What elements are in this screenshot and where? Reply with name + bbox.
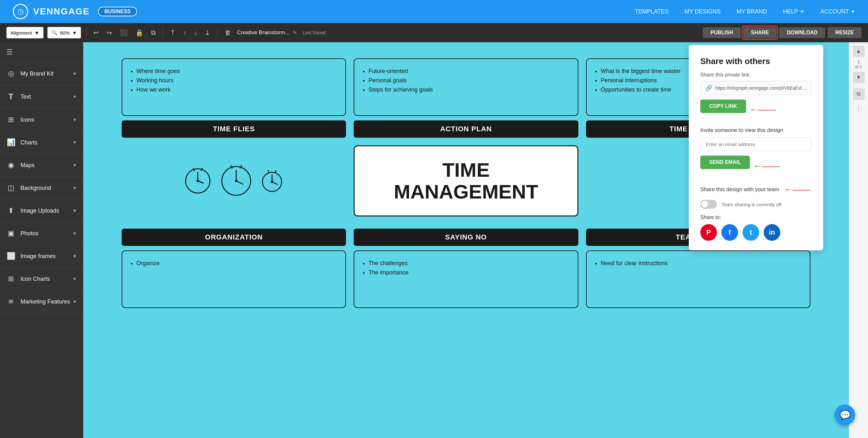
saying-no-label: SAYING NO bbox=[354, 229, 578, 246]
list-item: Organize bbox=[136, 259, 338, 268]
charts-icon: 📊 bbox=[6, 138, 16, 147]
sidebar-item-image-uploads[interactable]: ⬆ Image Uploads ▼ bbox=[0, 200, 83, 222]
twitter-share-button[interactable]: t bbox=[743, 224, 759, 241]
canvas-area[interactable]: Where time goes Working hours How we wor… bbox=[83, 42, 849, 438]
chat-bubble-button[interactable]: 💬 bbox=[835, 405, 855, 425]
nav-links: TEMPLATES MY DESIGNS MY BRAND HELP ▼ ACC… bbox=[635, 8, 855, 15]
chevron-down-icon: ▼ bbox=[72, 231, 77, 236]
time-management-title: TIMEMANAGEMENT bbox=[394, 159, 538, 203]
sidebar-item-background[interactable]: ◫ Background ▼ bbox=[0, 177, 83, 200]
main-layout: ☰ ◎ My Brand Kit ▼ T Text ▼ ⊞ Icons ▼ 📊 bbox=[0, 42, 868, 438]
send-email-button[interactable]: SEND EMAIL bbox=[700, 155, 750, 169]
pinterest-share-button[interactable]: P bbox=[700, 224, 717, 241]
hamburger-button[interactable]: ☰ bbox=[0, 42, 83, 62]
page-down-button[interactable]: ▼ bbox=[853, 72, 865, 83]
move-up-button[interactable]: ↑ bbox=[181, 28, 188, 38]
download-button[interactable]: DOWNLOAD bbox=[779, 27, 825, 38]
toggle-row: Team sharing is currently off bbox=[700, 200, 812, 209]
publish-button[interactable]: PUBLISH bbox=[703, 27, 741, 38]
sidebar-item-image-frames[interactable]: ⬜ Image frames ▼ bbox=[0, 245, 83, 268]
nav-account[interactable]: ACCOUNT ▼ bbox=[820, 8, 855, 15]
edit-title-icon[interactable]: ✎ bbox=[293, 30, 297, 36]
chevron-down-icon: ▼ bbox=[72, 185, 77, 191]
sidebar-item-left: T Text bbox=[6, 92, 31, 101]
resize-button[interactable]: RESIZE bbox=[828, 27, 862, 38]
redo-button[interactable]: ↪ bbox=[105, 28, 114, 38]
save-button[interactable]: ⬛ bbox=[118, 28, 130, 38]
copy-link-button[interactable]: COPY LINK bbox=[700, 99, 746, 113]
alignment-select[interactable]: Alignment ▼ bbox=[6, 27, 43, 38]
list-item: How we work bbox=[136, 85, 338, 94]
sidebar-item-text[interactable]: T Text ▼ bbox=[0, 85, 83, 109]
sidebar-label-background: Background bbox=[21, 185, 51, 192]
sidebar-item-left: ⬜ Image frames bbox=[6, 252, 56, 260]
move-down-bottom-button[interactable]: ⤓ bbox=[203, 28, 212, 38]
action-plan-card: Future-oriented Personal goals Steps for… bbox=[354, 58, 578, 138]
move-down-button[interactable]: ↓ bbox=[192, 28, 199, 38]
help-arrow-icon: ▼ bbox=[800, 9, 804, 14]
move-up-top-button[interactable]: ⤒ bbox=[168, 28, 177, 38]
undo-button[interactable]: ↩ bbox=[92, 28, 101, 38]
svg-line-17 bbox=[275, 170, 276, 173]
action-plan-content: Future-oriented Personal goals Steps for… bbox=[354, 58, 578, 116]
share-link-box: 🔗 https://infograph.venngage.com/pl/V6Ea… bbox=[700, 81, 812, 95]
last-saved-label: Last Saved: bbox=[303, 30, 327, 35]
svg-line-3 bbox=[198, 181, 203, 183]
account-arrow-icon: ▼ bbox=[851, 9, 855, 14]
zoom-dropdown-icon: ▼ bbox=[72, 30, 77, 35]
team-share-arrow: ←—— bbox=[784, 184, 811, 195]
svg-line-15 bbox=[272, 182, 278, 184]
nav-help[interactable]: HELP ▼ bbox=[783, 8, 804, 15]
toolbar: Alignment ▼ 🔍 80% ▼ ↩ ↪ ⬛ 🔒 ⧉ ⤒ ↑ ↓ ⤓ 🗑 … bbox=[0, 23, 868, 42]
sidebar-item-maps[interactable]: ◉ Maps ▼ bbox=[0, 154, 83, 177]
toggle-knob bbox=[701, 201, 708, 208]
nav-my-designs[interactable]: MY DESIGNS bbox=[685, 8, 721, 15]
sidebar-item-icon-charts[interactable]: ⊞ Icon Charts ▼ bbox=[0, 268, 83, 290]
page-options-button[interactable]: ⋮ bbox=[853, 103, 865, 114]
share-to-label: Share to: bbox=[700, 214, 812, 220]
list-item: Future-oriented bbox=[368, 67, 570, 76]
delete-button[interactable]: 🗑 bbox=[223, 28, 233, 38]
page-up-button[interactable]: ▲ bbox=[853, 46, 865, 57]
sidebar-label-maps: Maps bbox=[21, 162, 35, 169]
business-badge[interactable]: BUSINESS bbox=[98, 7, 137, 16]
sidebar-item-icons[interactable]: ⊞ Icons ▼ bbox=[0, 109, 83, 131]
linkedin-share-button[interactable]: in bbox=[764, 224, 780, 241]
zoom-select[interactable]: 🔍 80% ▼ bbox=[48, 27, 81, 38]
sidebar-item-my-brand-kit[interactable]: ◎ My Brand Kit ▼ bbox=[0, 62, 83, 85]
chevron-down-icon: ▼ bbox=[72, 299, 77, 304]
sidebar-item-left: ◎ My Brand Kit bbox=[6, 69, 54, 78]
sidebar-item-marketing-features[interactable]: ≋ Marketing Features ▼ bbox=[0, 290, 83, 313]
page-copy-button[interactable]: ⧉ bbox=[853, 88, 865, 100]
copy-link-row: COPY LINK ←—— bbox=[700, 99, 812, 119]
share-link-url: https://infograph.venngage.com/pl/V6EaEx… bbox=[715, 86, 807, 91]
brand-kit-icon: ◎ bbox=[6, 69, 16, 78]
chevron-down-icon: ▼ bbox=[72, 140, 77, 145]
sidebar-item-charts[interactable]: 📊 Charts ▼ bbox=[0, 131, 83, 154]
doc-title-area: Creative Brainstorm... ✎ Last Saved: bbox=[237, 29, 326, 36]
sidebar-item-photos[interactable]: ▣ Photos ▼ bbox=[0, 222, 83, 245]
lock-button[interactable]: 🔒 bbox=[133, 28, 145, 38]
time-flies-card: Where time goes Working hours How we wor… bbox=[122, 58, 346, 138]
maps-icon: ◉ bbox=[6, 161, 16, 169]
chat-icon: 💬 bbox=[839, 410, 851, 420]
nav-templates[interactable]: TEMPLATES bbox=[635, 8, 669, 15]
share-button[interactable]: SHARE bbox=[743, 27, 776, 38]
sidebar-label-icons: Icons bbox=[21, 117, 34, 123]
copy-button[interactable]: ⧉ bbox=[149, 28, 157, 38]
clock-icon-1 bbox=[183, 167, 212, 195]
email-input[interactable] bbox=[700, 137, 812, 151]
list-item: Steps for achieving goals bbox=[368, 85, 570, 94]
clock-icon-2 bbox=[219, 163, 254, 199]
sidebar-item-left: 📊 Charts bbox=[6, 138, 37, 147]
sidebar-label-icon-charts: Icon Charts bbox=[21, 276, 50, 283]
clock-icon-3 bbox=[260, 169, 284, 193]
facebook-share-button[interactable]: f bbox=[721, 224, 738, 241]
image-frames-icon: ⬜ bbox=[6, 252, 16, 260]
sidebar-item-left: ⊞ Icon Charts bbox=[6, 275, 50, 283]
team-sharing-toggle[interactable] bbox=[700, 200, 717, 209]
team-share-row: Share this design with your team ←—— bbox=[700, 184, 812, 195]
background-icon: ◫ bbox=[6, 184, 16, 192]
nav-my-brand[interactable]: MY BRAND bbox=[737, 8, 767, 15]
organization-content: Organize bbox=[122, 251, 346, 308]
